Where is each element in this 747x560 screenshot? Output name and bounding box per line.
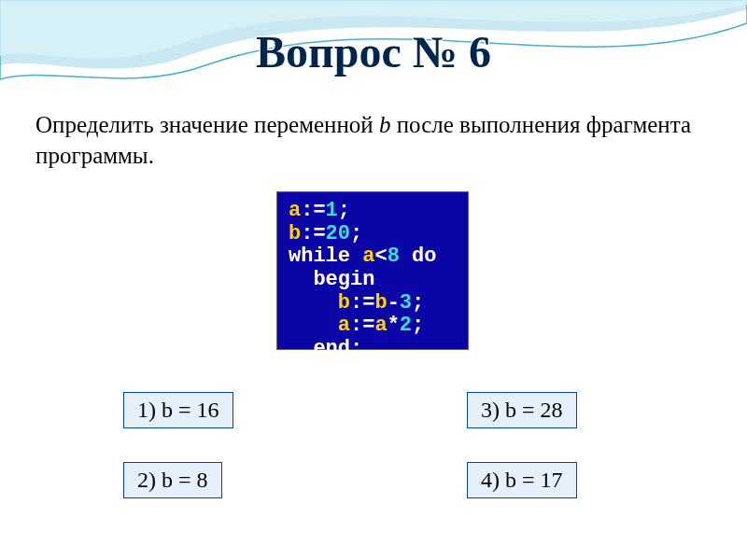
question-prompt: Определить значение переменной b после в…: [35, 110, 708, 171]
option-1[interactable]: 1) b = 16: [123, 392, 233, 428]
option-2[interactable]: 2) b = 8: [123, 462, 222, 498]
option-4[interactable]: 4) b = 17: [467, 462, 577, 498]
slide-title: Вопрос № 6: [0, 26, 747, 77]
code-fragment: a:=1; b:=20; while a<8 do begin b:=b-3; …: [276, 191, 469, 350]
answer-options: 1) b = 16 2) b = 8 3) b = 28 4) b = 17: [0, 385, 747, 553]
option-3[interactable]: 3) b = 28: [467, 392, 577, 428]
slide: Вопрос № 6 Определить значение переменно…: [0, 0, 747, 560]
prompt-variable: b: [379, 112, 391, 137]
prompt-text-pre: Определить значение переменной: [35, 112, 379, 137]
